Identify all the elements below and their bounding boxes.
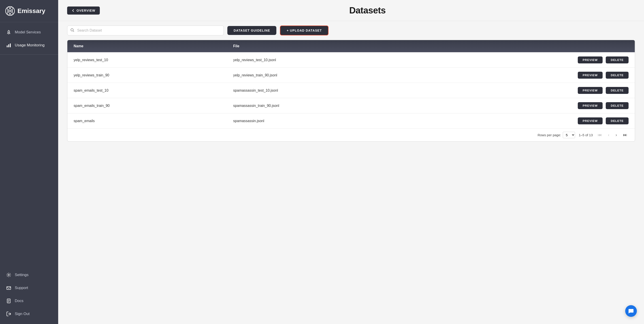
- sidebar-item-usage-monitoring[interactable]: Usage Monitoring: [0, 39, 58, 52]
- col-header-file: File: [227, 40, 419, 52]
- sidebar-item-label: Docs: [15, 299, 24, 303]
- svg-point-8: [8, 274, 10, 276]
- sidebar-item-sign-out[interactable]: Sign Out: [0, 307, 58, 320]
- chart-icon: [6, 43, 11, 48]
- svg-rect-9: [7, 287, 11, 289]
- cell-actions: PREVIEW DELETE: [419, 52, 635, 68]
- sidebar-item-label: Sign Out: [15, 312, 30, 316]
- upload-dataset-button[interactable]: + UPLOAD DATASET: [280, 26, 328, 35]
- toolbar: DATASET GUIDELINE + UPLOAD DATASET: [58, 21, 644, 40]
- signout-icon: [6, 311, 11, 316]
- logo-icon: [5, 6, 15, 16]
- sidebar-item-docs[interactable]: Docs: [0, 294, 58, 307]
- sidebar-item-support[interactable]: Support: [0, 281, 58, 294]
- cell-name: yelp_reviews_test_10: [67, 52, 227, 68]
- sidebar-nav: Model Services Usage Monitoring: [0, 22, 58, 268]
- svg-rect-5: [7, 46, 8, 47]
- cell-file: spamassassin_test_10.jsonl: [227, 83, 419, 98]
- chevron-left-icon: [72, 9, 75, 12]
- search-icon: [70, 28, 74, 33]
- delete-button[interactable]: DELETE: [606, 87, 628, 94]
- table-body: yelp_reviews_test_10 yelp_reviews_test_1…: [67, 52, 635, 129]
- dataset-guideline-button[interactable]: DATASET GUIDELINE: [227, 26, 276, 35]
- svg-rect-7: [10, 44, 11, 47]
- cell-file: yelp_reviews_train_90.jsonl: [227, 68, 419, 83]
- preview-button[interactable]: PREVIEW: [578, 117, 602, 124]
- cell-name: yelp_reviews_train_90: [67, 68, 227, 83]
- sidebar-item-label: Model Services: [15, 30, 41, 35]
- main-content: OVERVIEW Datasets DATASET GUIDELINE + UP…: [58, 0, 644, 324]
- sidebar-item-label: Settings: [15, 273, 28, 277]
- svg-point-3: [10, 10, 11, 12]
- table-row: spam_emails spamassassin.jsonl PREVIEW D…: [67, 113, 635, 129]
- pagination-prev-button[interactable]: ‹: [607, 132, 611, 138]
- sidebar-item-settings[interactable]: Settings: [0, 268, 58, 281]
- svg-rect-6: [8, 44, 9, 47]
- sidebar-item-model-services[interactable]: Model Services: [0, 26, 58, 39]
- rows-per-page-container: Rows per page: 5 10 25: [538, 132, 575, 138]
- datasets-table-container: Name File yelp_reviews_test_10 yelp_revi…: [67, 40, 635, 142]
- cell-actions: PREVIEW DELETE: [419, 98, 635, 113]
- rows-per-page-label: Rows per page:: [538, 133, 561, 137]
- cell-name: spam_emails: [67, 113, 227, 129]
- delete-button[interactable]: DELETE: [606, 72, 628, 79]
- chat-bubble-button[interactable]: [625, 305, 637, 317]
- document-icon: [6, 298, 11, 303]
- envelope-icon: [6, 285, 11, 290]
- logo-text: Emissary: [18, 8, 46, 15]
- sidebar-item-label: Usage Monitoring: [15, 43, 44, 48]
- cell-file: spamassassin.jsonl: [227, 113, 419, 129]
- datasets-table: Name File yelp_reviews_test_10 yelp_revi…: [67, 40, 635, 128]
- cell-actions: PREVIEW DELETE: [419, 68, 635, 83]
- pagination-first-button[interactable]: ⏮: [596, 132, 603, 138]
- pagination-next-button[interactable]: ›: [614, 132, 618, 138]
- pagination-last-button[interactable]: ⏭: [622, 132, 628, 138]
- cell-name: spam_emails_train_90: [67, 98, 227, 113]
- col-header-name: Name: [67, 40, 227, 52]
- preview-button[interactable]: PREVIEW: [578, 72, 602, 79]
- search-input[interactable]: [67, 26, 224, 35]
- preview-button[interactable]: PREVIEW: [578, 57, 602, 63]
- main-header: OVERVIEW Datasets: [58, 0, 644, 21]
- search-container: [67, 26, 224, 35]
- sidebar: Emissary Model Services Us: [0, 0, 58, 324]
- table-row: spam_emails_train_90 spamassassin_train_…: [67, 98, 635, 113]
- chat-icon: [628, 308, 634, 314]
- delete-button[interactable]: DELETE: [606, 117, 628, 124]
- pagination-row: Rows per page: 5 10 25 1–5 of 13 ⏮ ‹ › ⏭: [67, 128, 635, 141]
- preview-button[interactable]: PREVIEW: [578, 102, 602, 109]
- cell-file: spamassassin_train_90.jsonl: [227, 98, 419, 113]
- delete-button[interactable]: DELETE: [606, 57, 628, 63]
- page-title: Datasets: [100, 5, 635, 16]
- cell-name: spam_emails_test_10: [67, 83, 227, 98]
- overview-button[interactable]: OVERVIEW: [67, 7, 100, 15]
- cell-file: yelp_reviews_test_10.jsonl: [227, 52, 419, 68]
- gear-icon: [6, 272, 11, 277]
- cell-actions: PREVIEW DELETE: [419, 83, 635, 98]
- sidebar-bottom: Settings Support Docs: [0, 268, 58, 324]
- rocket-icon: [6, 30, 11, 35]
- pagination-range: 1–5 of 13: [579, 133, 593, 137]
- table-row: yelp_reviews_test_10 yelp_reviews_test_1…: [67, 52, 635, 68]
- sidebar-logo: Emissary: [0, 0, 58, 22]
- delete-button[interactable]: DELETE: [606, 102, 628, 109]
- table-header-row: Name File: [67, 40, 635, 52]
- svg-point-4: [8, 32, 9, 33]
- table-row: spam_emails_test_10 spamassassin_test_10…: [67, 83, 635, 98]
- sidebar-divider: [0, 54, 58, 55]
- sidebar-item-label: Support: [15, 286, 28, 290]
- cell-actions: PREVIEW DELETE: [419, 113, 635, 129]
- preview-button[interactable]: PREVIEW: [578, 87, 602, 94]
- rows-per-page-select[interactable]: 5 10 25: [563, 132, 575, 138]
- col-header-actions: [419, 40, 635, 52]
- table-row: yelp_reviews_train_90 yelp_reviews_train…: [67, 68, 635, 83]
